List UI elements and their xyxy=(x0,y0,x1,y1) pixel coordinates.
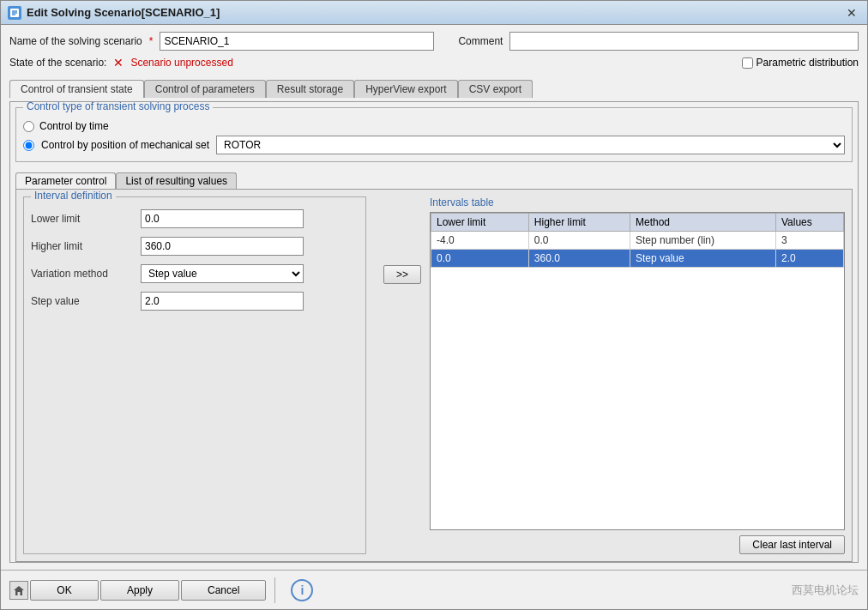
dialog-title: Edit Solving Scenario[SCENARIO_1] xyxy=(27,6,220,19)
radio-position-label: Control by position of mechanical set xyxy=(41,139,209,151)
radio-row-position: Control by position of mechanical set RO… xyxy=(23,136,845,154)
col-method: Method xyxy=(630,214,776,232)
title-bar: Edit Solving Scenario[SCENARIO_1] ✕ xyxy=(1,1,867,25)
separator xyxy=(274,577,275,603)
apply-button[interactable]: Apply xyxy=(100,580,179,601)
step-value-label: Step value xyxy=(31,295,134,307)
parametric-label: Parametric distribution xyxy=(756,57,859,69)
lower-limit-input[interactable] xyxy=(141,209,304,228)
mechanical-set-select[interactable]: ROTOR xyxy=(216,136,845,154)
intervals-section: Intervals table Lower limit Higher limit… xyxy=(430,196,845,554)
cell-higher-0: 0.0 xyxy=(528,232,630,250)
cell-values-1: 2.0 xyxy=(775,250,843,268)
tab-result-storage[interactable]: Result storage xyxy=(266,80,354,98)
arrow-button-container: >> xyxy=(383,265,421,284)
higher-limit-row: Higher limit xyxy=(31,237,359,256)
cell-values-0: 3 xyxy=(775,232,843,250)
step-value-row: Step value xyxy=(31,292,359,311)
intervals-table-title: Intervals table xyxy=(430,196,845,208)
higher-limit-label: Higher limit xyxy=(31,240,134,252)
tab-hyperview-export[interactable]: HyperView export xyxy=(354,80,458,98)
required-star: * xyxy=(149,35,154,47)
tab-control-transient[interactable]: Control of transient state xyxy=(9,80,144,98)
name-label: Name of the solving scenario xyxy=(9,35,142,47)
home-icon[interactable] xyxy=(9,581,28,600)
state-row: State of the scenario: ✕ Scenario unproc… xyxy=(9,56,859,69)
variation-method-row: Variation method Step value Step number … xyxy=(31,264,359,283)
cancel-button[interactable]: Cancel xyxy=(181,580,266,601)
cell-method-0: Step number (lin) xyxy=(630,232,776,250)
higher-limit-input[interactable] xyxy=(141,237,304,256)
dialog-icon xyxy=(8,6,21,20)
close-button[interactable]: ✕ xyxy=(843,4,860,21)
sub-tabs: Parameter control List of resulting valu… xyxy=(15,172,853,189)
clear-last-interval-button[interactable]: Clear last interval xyxy=(739,535,845,554)
table-row[interactable]: -4.0 0.0 Step number (lin) 3 xyxy=(431,232,844,250)
cell-higher-1: 360.0 xyxy=(528,250,630,268)
variation-method-select[interactable]: Step value Step number (lin) Step number… xyxy=(141,264,304,283)
main-tabs: Control of transient state Control of pa… xyxy=(9,80,859,98)
bottom-bar: OK Apply Cancel i 西莫电机论坛 xyxy=(1,570,867,609)
tab-csv-export[interactable]: CSV export xyxy=(458,80,533,98)
radio-row-time: Control by time xyxy=(23,120,845,132)
intervals-table: Lower limit Higher limit Method Values -… xyxy=(431,213,844,268)
col-higher-limit: Higher limit xyxy=(528,214,630,232)
col-values: Values xyxy=(775,214,843,232)
cell-method-1: Step value xyxy=(630,250,776,268)
table-row[interactable]: 0.0 360.0 Step value 2.0 xyxy=(431,250,844,268)
radio-time-label: Control by time xyxy=(39,120,109,132)
comment-input[interactable] xyxy=(509,32,859,51)
tab-content: Control type of transient solving proces… xyxy=(9,101,859,563)
tab-control-parameters[interactable]: Control of parameters xyxy=(144,80,266,98)
control-type-title: Control type of transient solving proces… xyxy=(23,101,213,112)
interval-definition: Interval definition Lower limit Higher l… xyxy=(23,196,366,554)
clear-btn-row: Clear last interval xyxy=(430,535,845,554)
control-type-group: Control type of transient solving proces… xyxy=(15,107,853,162)
help-button[interactable]: i xyxy=(291,579,313,601)
name-comment-row: Name of the solving scenario * Comment xyxy=(9,32,859,51)
dialog-window: Edit Solving Scenario[SCENARIO_1] ✕ Name… xyxy=(0,0,868,610)
intervals-table-wrap: Lower limit Higher limit Method Values -… xyxy=(430,212,845,530)
interval-def-title: Interval definition xyxy=(31,190,116,202)
sub-tab-content: Interval definition Lower limit Higher l… xyxy=(15,189,853,562)
variation-method-label: Variation method xyxy=(31,268,134,280)
cell-lower-1: 0.0 xyxy=(431,250,529,268)
lower-limit-label: Lower limit xyxy=(31,213,134,225)
step-value-input[interactable] xyxy=(141,292,304,311)
table-body: -4.0 0.0 Step number (lin) 3 0.0 360.0 S… xyxy=(431,232,844,268)
sub-tab-resulting-values[interactable]: List of resulting values xyxy=(116,172,237,189)
arrow-button[interactable]: >> xyxy=(383,265,421,284)
state-label: State of the scenario: xyxy=(9,57,106,69)
sub-tab-parameter-control[interactable]: Parameter control xyxy=(15,172,116,189)
state-text: Scenario unprocessed xyxy=(130,57,232,69)
watermark: 西莫电机论坛 xyxy=(792,583,859,598)
parametric-checkbox[interactable] xyxy=(742,57,753,69)
cell-lower-0: -4.0 xyxy=(431,232,529,250)
table-header-row: Lower limit Higher limit Method Values xyxy=(431,214,844,232)
dialog-body: Name of the solving scenario * Comment S… xyxy=(1,25,867,570)
scenario-name-input[interactable] xyxy=(160,32,434,51)
radio-control-time[interactable] xyxy=(23,121,34,132)
lower-limit-row: Lower limit xyxy=(31,209,359,228)
error-icon: ✕ xyxy=(113,56,124,69)
col-lower-limit: Lower limit xyxy=(431,214,529,232)
ok-button[interactable]: OK xyxy=(30,580,99,601)
comment-label: Comment xyxy=(458,35,503,47)
radio-control-position[interactable] xyxy=(23,140,34,151)
